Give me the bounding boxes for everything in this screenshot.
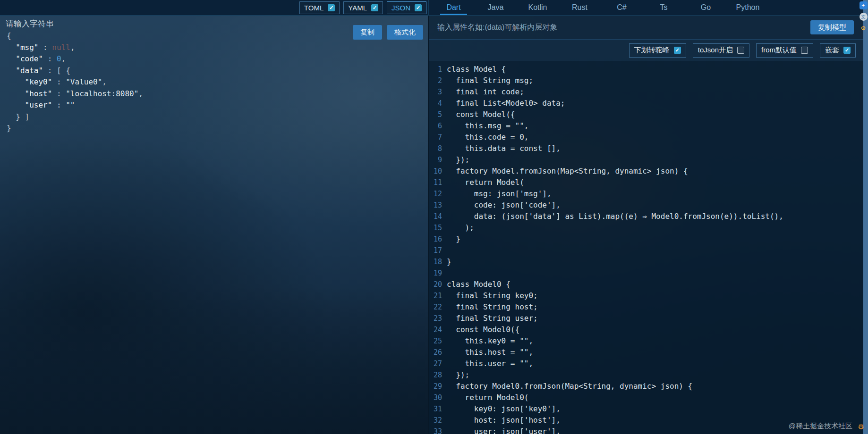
line-number: 1 (429, 64, 442, 75)
code-line: this.code = 0, (447, 132, 868, 143)
json-line: "key0" : "Value0", (7, 76, 428, 88)
json-checkbox[interactable] (415, 4, 422, 11)
line-number: 21 (429, 290, 442, 301)
tab-csharp[interactable]: C# (601, 0, 643, 15)
code-line: }); (447, 154, 868, 166)
option-from-default-label: from默认值 (761, 46, 797, 55)
option-camel-case[interactable]: 下划转驼峰 (629, 43, 686, 58)
code-line: class Model { (447, 64, 868, 75)
line-number: 11 (429, 177, 442, 188)
format-toggle-bar: TOML YAML JSON (0, 0, 429, 15)
code-line: this.key0 = "", (447, 335, 868, 347)
json-input-panel: 请输入字符串 复制 格式化 { "msg" : null, "code" : 0… (0, 16, 429, 434)
tojson-checkbox[interactable] (737, 47, 744, 54)
line-number: 17 (429, 245, 442, 256)
settings-icon-bottom[interactable]: ⚙ (858, 423, 864, 431)
property-name-input[interactable] (437, 23, 804, 32)
option-from-default[interactable]: from默认值 (756, 43, 813, 58)
nested-checkbox[interactable] (843, 47, 851, 54)
line-number: 12 (429, 188, 442, 200)
line-number-gutter: 1234567891011121314151617181920212223242… (429, 64, 442, 434)
code-line (447, 245, 868, 256)
line-number: 18 (429, 256, 442, 267)
tab-kotlin[interactable]: Kotlin (517, 0, 559, 15)
code-line: this.host = "", (447, 347, 868, 358)
option-tojson[interactable]: toJson开启 (693, 43, 749, 58)
tab-python[interactable]: Python (727, 0, 769, 15)
code-line: factory Model.fromJson(Map<String, dynam… (447, 166, 868, 177)
line-number: 10 (429, 166, 442, 177)
format-toggle-yaml[interactable]: YAML (343, 1, 383, 14)
code-line: factory Model0.fromJson(Map<String, dyna… (447, 381, 868, 392)
line-number: 8 (429, 143, 442, 154)
code-line: final int code; (447, 86, 868, 98)
option-nested[interactable]: 嵌套 (820, 43, 856, 58)
line-number: 23 (429, 313, 442, 324)
line-number: 2 (429, 75, 442, 86)
tab-java-label: Java (488, 3, 504, 12)
code-line: const Model0({ (447, 324, 868, 335)
tab-rust[interactable]: Rust (559, 0, 601, 15)
generated-code: class Model { final String msg; final in… (442, 64, 868, 434)
code-line: return Model( (447, 177, 868, 188)
line-number: 9 (429, 154, 442, 166)
tab-java[interactable]: Java (475, 0, 517, 15)
code-line: final String user; (447, 313, 868, 324)
tab-kotlin-label: Kotlin (528, 3, 547, 12)
code-line: } (447, 234, 868, 245)
option-tojson-label: toJson开启 (698, 46, 733, 55)
json-line: "msg" : null, (7, 42, 428, 54)
line-number: 3 (429, 86, 442, 98)
copy-model-button[interactable]: 复制模型 (810, 20, 854, 35)
extension-icon[interactable]: ✦ (859, 1, 868, 9)
tab-dart[interactable]: Dart (433, 0, 475, 15)
line-number: 15 (429, 222, 442, 234)
line-number: 7 (429, 132, 442, 143)
tab-ts[interactable]: Ts (643, 0, 685, 15)
code-line: class Model0 { (447, 279, 868, 290)
code-line: final String key0; (447, 290, 868, 301)
code-line: this.msg = "", (447, 120, 868, 132)
code-line: this.user = "", (447, 358, 868, 369)
code-line: this.data = const [], (447, 143, 868, 154)
line-number: 32 (429, 415, 442, 426)
yaml-checkbox[interactable] (371, 4, 378, 11)
line-number: 4 (429, 98, 442, 109)
toml-label: TOML (304, 4, 323, 12)
scrollbar[interactable] (863, 0, 868, 434)
toml-checkbox[interactable] (328, 4, 335, 11)
line-number: 33 (429, 426, 442, 434)
json-line: "code" : 0, (7, 53, 428, 65)
tab-go-label: Go (701, 3, 711, 12)
line-number: 28 (429, 369, 442, 381)
json-line: "data" : [ { (7, 65, 428, 77)
line-number: 5 (429, 109, 442, 120)
format-toggle-toml[interactable]: TOML (299, 1, 340, 14)
code-line: msg: json['msg'], (447, 188, 868, 200)
code-line: key0: json['key0'], (447, 403, 868, 415)
input-panel-buttons: 复制 格式化 (353, 25, 423, 40)
browser-widget-icons: ✦ 文 ⚙ (859, 1, 868, 32)
tab-dart-label: Dart (446, 3, 460, 12)
yaml-label: YAML (348, 4, 367, 12)
settings-icon[interactable]: ⚙ (859, 24, 868, 32)
line-number: 14 (429, 211, 442, 222)
code-line: data: (json['data'] as List).map((e) ⇒ M… (447, 211, 868, 222)
code-line: code: json['code'], (447, 200, 868, 211)
tab-go[interactable]: Go (685, 0, 727, 15)
format-button[interactable]: 格式化 (387, 25, 423, 40)
format-toggle-json[interactable]: JSON (387, 1, 426, 14)
json-editor[interactable]: { "msg" : null, "code" : 0, "data" : [ {… (0, 30, 428, 434)
translate-icon[interactable]: 文 (859, 13, 868, 21)
generated-code-area[interactable]: 1234567891011121314151617181920212223242… (429, 61, 868, 434)
json-line: } (7, 123, 428, 134)
code-line: final List<Model0> data; (447, 98, 868, 109)
from-default-checkbox[interactable] (801, 47, 808, 54)
copy-button[interactable]: 复制 (353, 25, 382, 40)
line-number: 13 (429, 200, 442, 211)
code-line: final String msg; (447, 75, 868, 86)
line-number: 19 (429, 267, 442, 279)
line-number: 25 (429, 335, 442, 347)
camel-case-checkbox[interactable] (674, 47, 681, 54)
topbar: TOML YAML JSON Dart Java Kotlin Rust C# … (0, 0, 868, 16)
